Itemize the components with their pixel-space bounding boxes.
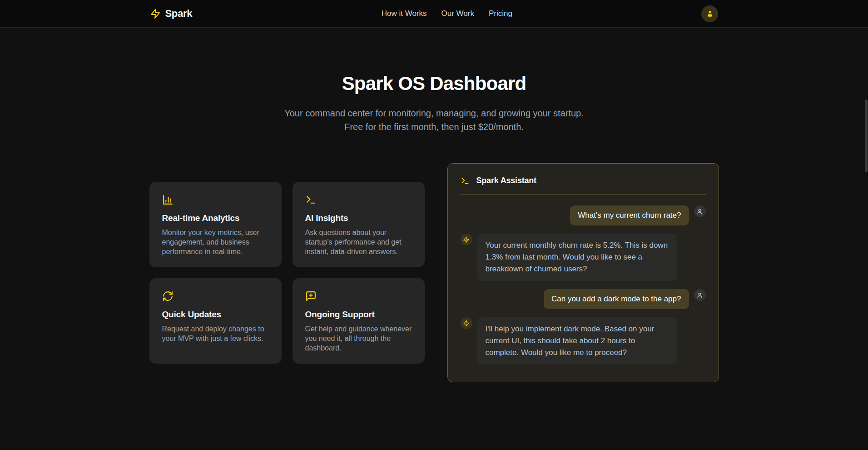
terminal-icon <box>461 176 470 185</box>
feature-title: Real-time Analytics <box>162 213 269 223</box>
assistant-avatar <box>461 317 472 329</box>
terminal-icon <box>305 194 317 205</box>
content-row: Real-time Analytics Monitor your key met… <box>0 163 868 382</box>
brand-name: Spark <box>165 8 193 20</box>
main-content: Spark OS Dashboard Your command center f… <box>0 28 868 382</box>
refresh-icon <box>162 290 174 302</box>
navbar: Spark How it Works Our Work Pricing <box>0 0 868 28</box>
nav-link-our-work[interactable]: Our Work <box>441 9 474 18</box>
feature-card-quick-updates: Quick Updates Request and deploy changes… <box>149 278 282 364</box>
feature-title: Quick Updates <box>162 310 269 320</box>
chat-message-user: What's my current churn rate? <box>461 205 706 225</box>
chat-messages: What's my current churn rate? Your curre… <box>461 205 706 365</box>
user-icon <box>696 292 703 299</box>
assistant-panel: Spark Assistant What's my current churn … <box>447 163 719 382</box>
feature-card-ai-insights: AI Insights Ask questions about your sta… <box>293 182 425 267</box>
assistant-message-bubble: I'll help you implement dark mode. Based… <box>477 317 677 365</box>
message-square-plus-icon <box>305 290 317 302</box>
user-message-bubble: What's my current churn rate? <box>570 205 689 225</box>
assistant-message-bubble: Your current monthly churn rate is 5.2%.… <box>477 234 677 281</box>
feature-description: Request and deploy changes to your MVP w… <box>162 324 269 343</box>
feature-card-ongoing-support: Ongoing Support Get help and guidance wh… <box>293 278 425 364</box>
user-filled-icon <box>706 10 714 18</box>
user-avatar <box>694 205 706 217</box>
assistant-panel-title: Spark Assistant <box>476 176 536 185</box>
hero-subtitle: Your command center for monitoring, mana… <box>275 106 593 134</box>
user-avatar <box>694 289 706 301</box>
user-message-bubble: Can you add a dark mode to the app? <box>544 289 689 309</box>
chat-message-assistant: I'll help you implement dark mode. Based… <box>461 317 706 365</box>
nav-link-pricing[interactable]: Pricing <box>489 9 512 18</box>
nav-links: How it Works Our Work Pricing <box>382 9 512 18</box>
feature-description: Ask questions about your startup's perfo… <box>305 228 412 256</box>
chat-message-assistant: Your current monthly churn rate is 5.2%.… <box>461 234 706 281</box>
user-icon <box>696 208 703 215</box>
page-title: Spark OS Dashboard <box>0 73 868 95</box>
spark-bolt-icon <box>463 320 470 327</box>
assistant-panel-header: Spark Assistant <box>461 176 706 185</box>
scrollbar[interactable] <box>865 100 868 172</box>
spark-bolt-icon <box>150 8 161 19</box>
feature-description: Monitor your key metrics, user engagemen… <box>162 228 269 256</box>
feature-title: AI Insights <box>305 213 412 223</box>
features-grid: Real-time Analytics Monitor your key met… <box>149 182 425 364</box>
feature-description: Get help and guidance whenever you need … <box>305 324 412 353</box>
divider <box>461 194 706 195</box>
spark-bolt-icon <box>463 236 470 243</box>
account-avatar-button[interactable] <box>701 5 718 22</box>
brand-logo[interactable]: Spark <box>150 8 193 20</box>
bar-chart-icon <box>162 194 174 205</box>
navbar-inner: Spark How it Works Our Work Pricing <box>150 0 719 27</box>
assistant-avatar <box>461 234 472 245</box>
chat-message-user: Can you add a dark mode to the app? <box>461 289 706 309</box>
feature-title: Ongoing Support <box>305 310 412 320</box>
feature-card-realtime-analytics: Real-time Analytics Monitor your key met… <box>149 182 282 267</box>
nav-link-how-it-works[interactable]: How it Works <box>382 9 427 18</box>
